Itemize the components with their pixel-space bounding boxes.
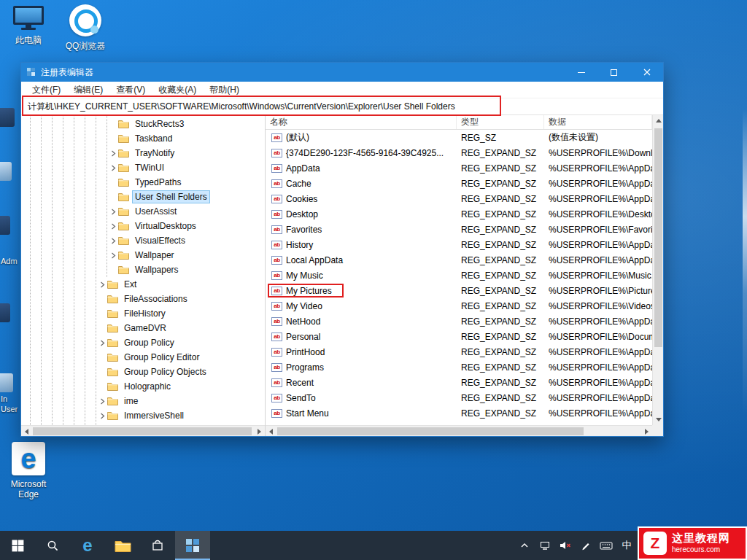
partial-desktop-icon[interactable] — [0, 162, 12, 181]
scroll-left-arrow[interactable] — [21, 426, 32, 436]
tree-item[interactable]: TWinUI — [21, 160, 265, 175]
expand-chevron-icon[interactable] — [109, 209, 118, 215]
scrollbar-thumb[interactable] — [654, 128, 662, 347]
scroll-left-arrow[interactable] — [266, 426, 276, 437]
tree-item[interactable]: Group Policy Objects — [21, 365, 265, 379]
expand-chevron-icon[interactable] — [98, 281, 107, 288]
menu-view[interactable]: 查看(V) — [109, 84, 152, 96]
partial-desktop-icon[interactable] — [0, 303, 10, 322]
value-row[interactable]: abNetHoodREG_EXPAND_SZ%USERPROFILE%\AppD… — [266, 314, 652, 329]
value-row[interactable]: abLocal AppDataREG_EXPAND_SZ%USERPROFILE… — [266, 252, 652, 268]
close-button[interactable] — [630, 63, 663, 82]
value-row[interactable]: ab(默认)REG_SZ(数值未设置) — [266, 130, 652, 145]
scroll-right-arrow[interactable] — [254, 426, 265, 436]
value-row[interactable]: abMy PicturesREG_EXPAND_SZ%USERPROFILE%\… — [266, 283, 652, 298]
menu-help[interactable]: 帮助(H) — [203, 84, 246, 96]
menu-favorites[interactable]: 收藏夹(A) — [152, 84, 203, 96]
value-row[interactable]: abRecentREG_EXPAND_SZ%USERPROFILE%\AppDa… — [266, 375, 652, 390]
value-row[interactable]: abSendToREG_EXPAND_SZ%USERPROFILE%\AppDa… — [266, 390, 652, 405]
column-header-data[interactable]: 数据 — [544, 115, 652, 129]
expand-chevron-icon[interactable] — [98, 340, 107, 346]
taskbar-edge-button[interactable]: e — [70, 531, 105, 560]
tree-item[interactable]: Ext — [21, 277, 265, 292]
value-row[interactable]: abStart MenuREG_EXPAND_SZ%USERPROFILE%\A… — [266, 405, 652, 421]
show-hidden-icons-button[interactable] — [515, 531, 534, 560]
value-row[interactable]: abPersonalREG_EXPAND_SZ%USERPROFILE%\Doc… — [266, 329, 652, 344]
search-button[interactable] — [35, 531, 70, 560]
tree-item[interactable]: VirtualDesktops — [21, 219, 265, 233]
value-row[interactable]: abPrintHoodREG_EXPAND_SZ%USERPROFILE%\Ap… — [266, 344, 652, 359]
ime-indicator[interactable]: 中 — [617, 531, 636, 560]
tree-item-label: ImmersiveShell — [121, 409, 187, 422]
value-row[interactable]: abMy VideoREG_EXPAND_SZ%USERPROFILE%\Vid… — [266, 298, 652, 314]
tree-item[interactable]: VisualEffects — [21, 233, 265, 248]
touch-keyboard-button[interactable] — [597, 531, 616, 560]
expand-chevron-icon[interactable] — [109, 252, 118, 259]
title-bar[interactable]: 注册表编辑器 — [21, 63, 663, 82]
tree-horizontal-scrollbar[interactable] — [21, 425, 265, 436]
tree-item[interactable]: Wallpaper — [21, 248, 265, 262]
tree-item[interactable]: User Shell Folders — [21, 190, 265, 204]
address-bar[interactable]: 计算机\HKEY_CURRENT_USER\SOFTWARE\Microsoft… — [21, 98, 663, 115]
volume-button[interactable] — [556, 531, 575, 560]
expand-chevron-icon[interactable] — [109, 165, 118, 171]
pen-settings-button[interactable] — [576, 531, 595, 560]
folder-icon — [118, 192, 132, 201]
desktop-icon-microsoft-edge[interactable]: e Microsoft Edge — [1, 442, 55, 499]
partial-desktop-icon[interactable] — [0, 108, 15, 127]
taskbar-regedit-button[interactable] — [175, 531, 210, 560]
partial-desktop-icon[interactable] — [0, 373, 13, 392]
scrollbar-thumb[interactable] — [277, 427, 584, 435]
taskbar-file-explorer-button[interactable] — [105, 531, 140, 560]
tree-item[interactable]: FileAssociations — [21, 292, 265, 306]
desktop-icon-qq-browser[interactable]: QQ浏览器 — [58, 4, 112, 52]
value-row[interactable]: abAppDataREG_EXPAND_SZ%USERPROFILE%\AppD… — [266, 160, 652, 176]
tree-item[interactable]: FileHistory — [21, 306, 265, 321]
expand-chevron-icon[interactable] — [98, 398, 107, 405]
taskbar-store-button[interactable] — [140, 531, 175, 560]
value-row[interactable]: abProgramsREG_EXPAND_SZ%USERPROFILE%\App… — [266, 359, 652, 375]
tree-item[interactable]: ImmersiveShell — [21, 408, 265, 423]
scroll-down-arrow[interactable] — [653, 414, 664, 425]
tree-item[interactable]: Holographic — [21, 379, 265, 394]
scrollbar-thumb[interactable] — [33, 427, 252, 435]
partial-desktop-icon[interactable] — [0, 216, 10, 235]
list-horizontal-scrollbar[interactable] — [266, 425, 652, 436]
expand-chevron-icon[interactable] — [109, 150, 118, 157]
start-button[interactable] — [0, 531, 35, 560]
tree-item[interactable]: ime — [21, 394, 265, 408]
tree-item[interactable]: GameDVR — [21, 321, 265, 335]
value-row[interactable]: abDesktopREG_EXPAND_SZ%USERPROFILE%\Desk… — [266, 206, 652, 222]
tree-item[interactable]: Group Policy Editor — [21, 350, 265, 365]
file-explorer-icon — [115, 539, 131, 553]
value-row[interactable]: abCookiesREG_EXPAND_SZ%USERPROFILE%\AppD… — [266, 191, 652, 206]
menu-edit[interactable]: 编辑(E) — [67, 84, 109, 96]
value-row[interactable]: abCacheREG_EXPAND_SZ%USERPROFILE%\AppDa.… — [266, 176, 652, 191]
desktop-icon-this-pc[interactable]: 此电脑 — [1, 6, 55, 47]
folder-icon — [107, 382, 121, 391]
list-vertical-scrollbar[interactable] — [652, 115, 663, 425]
value-row[interactable]: ab{374DE290-123F-4565-9164-39C4925...REG… — [266, 145, 652, 160]
network-status-button[interactable] — [535, 531, 554, 560]
menu-file[interactable]: 文件(F) — [26, 84, 67, 96]
scroll-up-arrow[interactable] — [653, 115, 664, 126]
tree-item[interactable]: Wallpapers — [21, 262, 265, 277]
column-header-type[interactable]: 类型 — [457, 115, 544, 129]
maximize-button[interactable] — [597, 63, 630, 82]
value-row[interactable]: abFavoritesREG_EXPAND_SZ%USERPROFILE%\Fa… — [266, 222, 652, 237]
tree-item[interactable]: StuckRects3 — [21, 117, 265, 131]
tree-item[interactable]: Taskband — [21, 131, 265, 146]
expand-chevron-icon[interactable] — [98, 413, 107, 419]
tree-item[interactable]: TrayNotify — [21, 146, 265, 160]
column-header-name[interactable]: 名称 — [266, 115, 457, 129]
value-row[interactable]: abHistoryREG_EXPAND_SZ%USERPROFILE%\AppD… — [266, 237, 652, 252]
minimize-button[interactable] — [565, 63, 597, 82]
reg-string-icon: ab — [271, 179, 282, 188]
expand-chevron-icon[interactable] — [109, 223, 118, 230]
tree-item[interactable]: UserAssist — [21, 204, 265, 219]
value-row[interactable]: abMy MusicREG_EXPAND_SZ%USERPROFILE%\Mus… — [266, 268, 652, 283]
scroll-right-arrow[interactable] — [641, 426, 652, 437]
tree-item[interactable]: Group Policy — [21, 335, 265, 350]
expand-chevron-icon[interactable] — [109, 238, 118, 244]
tree-item[interactable]: TypedPaths — [21, 175, 265, 190]
